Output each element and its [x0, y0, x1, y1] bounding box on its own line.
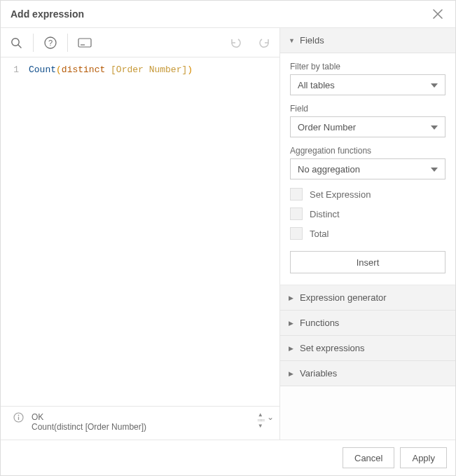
editor-pane: ? 1 Count(distinct [Orde: [1, 28, 280, 440]
section-functions-header[interactable]: ▶ Functions: [280, 311, 455, 336]
svg-text:?: ?: [48, 39, 53, 47]
line-number: 1: [1, 64, 19, 75]
help-button[interactable]: ?: [36, 29, 64, 57]
insert-button[interactable]: Insert: [290, 251, 445, 273]
caret-right-icon: ▶: [289, 294, 294, 301]
info-icon: [13, 412, 24, 423]
section-label: Set expressions: [300, 343, 365, 353]
section-expression-generator-header[interactable]: ▶ Expression generator: [280, 285, 455, 311]
redo-button[interactable]: [250, 29, 278, 57]
aggregation-label: Aggregation functions: [290, 146, 445, 156]
select-value: Order Number: [298, 122, 356, 132]
comment-icon: [78, 38, 92, 48]
caret-right-icon: ▶: [289, 345, 294, 352]
checkbox-label: Total: [310, 229, 329, 239]
close-button[interactable]: [430, 8, 445, 20]
code-editor[interactable]: 1 Count(distinct [Order Number]): [1, 57, 279, 406]
field-label: Field: [290, 104, 445, 114]
comment-button[interactable]: [71, 29, 99, 57]
section-label: Functions: [300, 318, 339, 328]
status-ok: OK: [32, 412, 146, 422]
dialog-footer: Cancel Apply: [1, 440, 455, 475]
redo-icon: [257, 37, 271, 48]
token-paren-close: ): [187, 64, 193, 75]
caret-right-icon: ▶: [289, 320, 294, 327]
toolbar-separator: [33, 34, 34, 52]
code-content[interactable]: Count(distinct [Order Number]): [26, 63, 279, 406]
undo-button[interactable]: [222, 29, 250, 57]
apply-button[interactable]: Apply: [400, 447, 447, 468]
undo-icon: [229, 37, 243, 48]
token-paren-open: (: [56, 64, 62, 75]
checkbox-label: Set Expression: [310, 189, 371, 200]
status-text: OK Count(distinct [Order Number]): [32, 412, 146, 432]
svg-line-1: [18, 45, 21, 48]
collapse-toggle[interactable]: ⌄: [267, 411, 274, 422]
close-icon: [433, 9, 443, 19]
token-function: Count: [29, 64, 56, 75]
toolbar-separator: [67, 34, 68, 52]
section-fields-header[interactable]: ▼ Fields: [280, 28, 455, 53]
section-label: Fields: [300, 35, 324, 46]
token-field: [Order Number]: [111, 64, 187, 75]
distinct-checkbox[interactable]: Distinct: [290, 208, 445, 220]
status-preview: Count(distinct [Order Number]): [32, 422, 146, 432]
set-expression-checkbox[interactable]: Set Expression: [290, 188, 445, 200]
caret-down-icon: ▼: [289, 37, 294, 44]
section-variables-header[interactable]: ▶ Variables: [280, 361, 455, 386]
dialog-title: Add expression: [11, 8, 84, 20]
status-bar: OK Count(distinct [Order Number]) ▲ ══ ▼…: [1, 406, 279, 440]
status-stepper[interactable]: ▲ ══ ▼: [258, 412, 264, 429]
status-controls: ▲ ══ ▼ ⌄: [258, 411, 274, 429]
dialog-body: ? 1 Count(distinct [Orde: [1, 28, 455, 440]
checkbox-box: [290, 208, 303, 220]
field-select[interactable]: Order Number: [290, 116, 445, 137]
checkbox-box: [290, 227, 303, 240]
stepper-down-icon: ▼: [258, 423, 264, 429]
filter-by-table-select[interactable]: All tables: [290, 74, 445, 95]
checkbox-box: [290, 188, 303, 200]
line-gutter: 1: [1, 63, 26, 406]
section-label: Variables: [300, 368, 337, 379]
search-icon: [10, 36, 22, 49]
filter-by-table-label: Filter by table: [290, 62, 445, 72]
side-panel: ▼ Fields Filter by table All tables Fiel…: [280, 28, 455, 440]
select-value: All tables: [298, 80, 335, 90]
add-expression-dialog: Add expression ?: [0, 0, 456, 476]
help-icon: ?: [43, 36, 57, 50]
svg-rect-4: [78, 39, 91, 47]
section-label: Expression generator: [300, 292, 387, 303]
svg-point-7: [18, 414, 20, 416]
chevron-down-icon: ⌄: [267, 412, 274, 422]
token-keyword: distinct: [62, 64, 111, 75]
aggregation-select[interactable]: No aggregation: [290, 158, 445, 179]
checkbox-label: Distinct: [310, 209, 340, 219]
section-set-expressions-header[interactable]: ▶ Set expressions: [280, 336, 455, 361]
dialog-header: Add expression: [1, 1, 455, 28]
caret-right-icon: ▶: [289, 370, 294, 377]
section-fields-body: Filter by table All tables Field Order N…: [280, 53, 455, 285]
cancel-button[interactable]: Cancel: [343, 447, 394, 468]
total-checkbox[interactable]: Total: [290, 227, 445, 240]
search-button[interactable]: [2, 29, 30, 57]
editor-toolbar: ?: [1, 28, 279, 57]
select-value: No aggregation: [298, 164, 360, 175]
